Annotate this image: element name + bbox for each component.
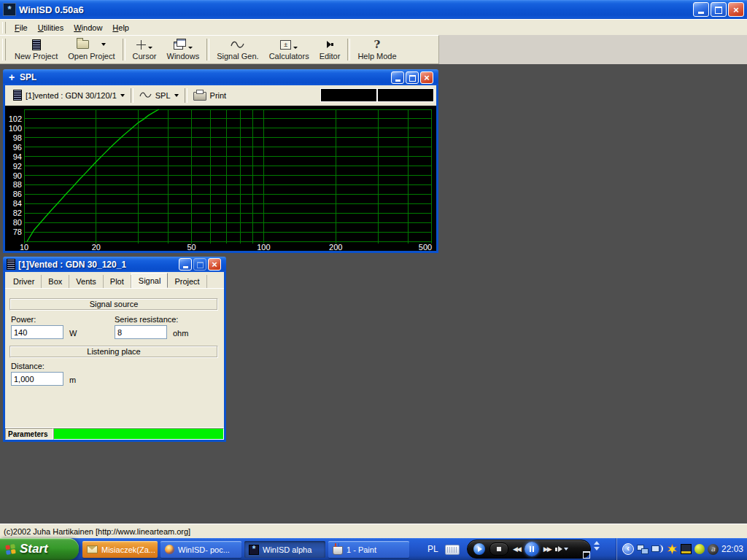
power-input[interactable] — [11, 325, 63, 339]
calculators-dropdown-icon[interactable] — [293, 47, 298, 49]
project-close-button[interactable]: × — [208, 258, 221, 271]
svg-text:82: 82 — [13, 209, 22, 217]
previous-track-button[interactable]: ◀◀ — [513, 546, 520, 553]
language-indicator[interactable]: PL — [427, 544, 438, 554]
toolbar-dock: New Project Open Project Cursor Windows — [0, 35, 747, 64]
taskbar-item-email[interactable]: Misiaczek(Za... — [82, 541, 158, 558]
toolbar-separator — [206, 39, 209, 61]
display-icon[interactable] — [681, 544, 692, 554]
signal-gen-button[interactable]: Signal Gen. — [212, 36, 263, 63]
star-icon[interactable] — [667, 544, 678, 555]
tab-box[interactable]: Box — [42, 275, 69, 288]
taskbar-clock[interactable]: 22:03 — [721, 544, 747, 554]
open-project-button[interactable]: Open Project — [63, 36, 120, 63]
signal-source-header: Signal source — [9, 298, 218, 311]
tab-plot[interactable]: Plot — [104, 275, 131, 288]
spl-close-button[interactable]: × — [420, 71, 433, 84]
cursor-icon — [136, 40, 146, 50]
project-selector-dropdown-icon[interactable] — [120, 94, 125, 97]
menubar-grip[interactable] — [2, 22, 6, 34]
print-button[interactable]: Print — [188, 88, 232, 104]
mdi-workspace: + SPL × [1]vented : GDN 30/120/1 — [0, 64, 747, 524]
speaker-icon — [555, 548, 557, 551]
distance-input[interactable] — [11, 372, 63, 386]
svg-text:80: 80 — [13, 218, 22, 227]
help-mode-button[interactable]: ? Help Mode — [352, 36, 401, 63]
spl-restore-button[interactable] — [406, 71, 419, 84]
calculators-button[interactable]: Calculators — [264, 36, 314, 63]
volume-button[interactable] — [555, 546, 568, 552]
project-selector[interactable]: [1]vented : GDN 30/120/1 — [8, 88, 130, 104]
plot-type-value: SPL — [155, 91, 171, 100]
spl-window: + SPL × [1]vented : GDN 30/120/1 — [3, 69, 438, 253]
listening-place-header: Listening place — [9, 346, 218, 358]
keyboard-icon[interactable] — [445, 545, 460, 555]
minimize-button[interactable] — [693, 2, 709, 17]
menu-help[interactable]: Help — [107, 21, 134, 34]
menu-utilities[interactable]: Utilities — [33, 21, 69, 34]
tab-project[interactable]: Project — [168, 275, 206, 288]
cursor-button[interactable]: Cursor — [128, 36, 162, 63]
windows-logo-icon — [5, 543, 15, 554]
project-status-bar: Parameters — [5, 427, 224, 440]
svg-text:94: 94 — [13, 152, 22, 161]
spl-minimize-button[interactable] — [391, 71, 404, 84]
scroll-up-icon[interactable] — [594, 541, 600, 545]
restore-button[interactable] — [711, 2, 727, 17]
scroll-down-icon[interactable] — [594, 547, 600, 551]
close-button[interactable]: × — [728, 2, 744, 17]
network-icon[interactable] — [637, 545, 649, 554]
spl-toolbar: [1]vented : GDN 30/120/1 SPL Print — [5, 85, 436, 106]
project-minimize-button[interactable] — [179, 258, 192, 271]
hide-icons-chevron[interactable]: ‹ — [622, 543, 634, 555]
help-icon: ? — [374, 39, 381, 50]
project-icon — [13, 90, 22, 101]
next-track-button[interactable]: ▶▶ — [543, 546, 551, 553]
series-resistance-label: Series resistance: — [115, 315, 178, 324]
start-button[interactable]: Start — [0, 538, 79, 560]
wireless-network-icon[interactable] — [651, 545, 664, 554]
media-player-logo-icon[interactable] — [473, 543, 485, 555]
deskband-restore-icon[interactable] — [583, 551, 590, 559]
editor-button[interactable]: Editor — [314, 36, 346, 63]
volume-dropdown-icon[interactable] — [564, 548, 568, 551]
spl-titlebar[interactable]: + SPL × — [3, 69, 438, 85]
stop-button[interactable] — [489, 542, 508, 556]
project-titlebar[interactable]: [1]Vented : GDN 30_120_1 × — [3, 257, 226, 272]
windows-button[interactable]: Windows — [162, 36, 205, 63]
pause-button[interactable] — [525, 542, 539, 556]
tab-vents[interactable]: Vents — [69, 275, 104, 288]
media-player-deskband: ◀◀ ▶▶ — [467, 540, 591, 559]
taskbar-item-browser[interactable]: WinISD- poc... — [160, 541, 241, 558]
svg-text:10: 10 — [20, 243, 28, 251]
svg-text:90: 90 — [13, 171, 22, 180]
plot-type-selector[interactable]: SPL — [134, 88, 184, 104]
new-project-button[interactable]: New Project — [9, 36, 63, 63]
signal-tab-panel: Signal source Power: W Series resistance… — [5, 288, 224, 427]
svg-text:50: 50 — [187, 243, 196, 251]
main-titlebar[interactable]: * WinISD 0.50a6 × — [0, 0, 747, 19]
windows-dropdown-icon[interactable] — [188, 47, 193, 49]
menu-window[interactable]: Window — [69, 21, 107, 34]
ball-icon[interactable] — [694, 544, 705, 554]
svg-text:86: 86 — [13, 190, 22, 198]
toolbar-grip[interactable] — [2, 39, 6, 61]
svg-text:100: 100 — [257, 243, 270, 251]
copyright-text: (c)2002 Juha Hartikainen [http://www.lin… — [4, 527, 190, 536]
calculators-icon — [280, 40, 291, 50]
letter-a-icon[interactable]: a — [708, 544, 719, 555]
tab-signal[interactable]: Signal — [131, 273, 169, 288]
open-project-dropdown-icon[interactable] — [101, 43, 106, 46]
taskbar-item-paint[interactable]: 1 - Paint — [328, 541, 409, 558]
project-maximize-button — [193, 258, 206, 271]
spl-chart[interactable]: 1021009896949290888684828078102050100200… — [5, 106, 436, 251]
plot-type-dropdown-icon[interactable] — [174, 94, 179, 97]
email-icon — [87, 545, 98, 553]
series-resistance-input[interactable] — [115, 325, 167, 339]
taskbar-item-winisd[interactable]: * WinISD alpha — [244, 541, 325, 558]
cursor-dropdown-icon[interactable] — [148, 47, 152, 49]
tab-driver[interactable]: Driver — [7, 275, 42, 288]
menu-bar: File Utilities Window Help — [0, 19, 747, 35]
menu-file[interactable]: File — [9, 21, 33, 34]
spl-window-title: SPL — [20, 72, 36, 82]
